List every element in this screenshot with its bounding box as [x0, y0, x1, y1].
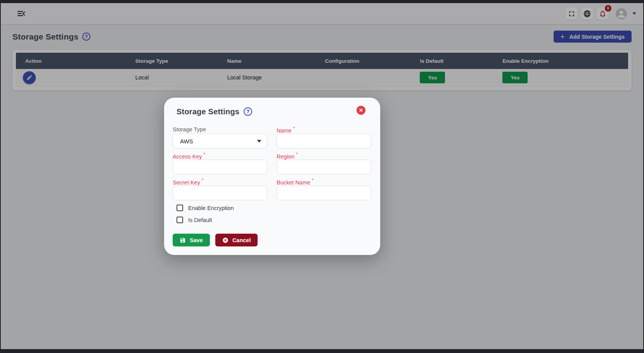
storage-type-label: Storage Type: [173, 126, 267, 134]
secret-key-label: Secret Key *: [173, 178, 267, 186]
required-asterisk: *: [202, 178, 203, 183]
is-default-checkbox-row[interactable]: Is Default: [177, 217, 371, 223]
chevron-down-icon: [257, 140, 261, 143]
modal-help-icon[interactable]: ?: [244, 107, 252, 116]
enable-encryption-checkbox[interactable]: [177, 205, 183, 211]
storage-type-select[interactable]: AWS: [173, 134, 267, 148]
save-button-label: Save: [190, 237, 203, 243]
required-asterisk: *: [293, 126, 295, 131]
name-label: Name *: [277, 126, 371, 134]
required-asterisk: *: [296, 152, 298, 157]
secret-key-input[interactable]: [173, 186, 267, 200]
modal-footer: Save Cancel: [173, 234, 371, 246]
save-button[interactable]: Save: [173, 234, 210, 246]
modal-header: Storage Settings ?: [173, 106, 371, 117]
region-label: Region *: [277, 152, 371, 160]
name-input[interactable]: [277, 134, 371, 148]
bucket-name-input[interactable]: [277, 186, 371, 200]
modal-close-button[interactable]: ✕: [357, 106, 365, 115]
bucket-name-label: Bucket Name *: [277, 178, 371, 186]
cancel-button-label: Cancel: [232, 237, 251, 243]
access-key-input[interactable]: [173, 160, 267, 174]
storage-type-selected-value: AWS: [180, 138, 193, 145]
region-input[interactable]: [277, 160, 371, 174]
storage-settings-modal: ✕ Storage Settings ? Storage Type Name *…: [164, 98, 380, 255]
is-default-checkbox-label: Is Default: [188, 217, 212, 223]
is-default-checkbox[interactable]: [177, 217, 183, 223]
modal-form: Storage Type Name * AWS Access Key * Reg…: [173, 126, 371, 204]
access-key-label: Access Key *: [173, 152, 267, 160]
required-asterisk: *: [204, 152, 205, 157]
required-asterisk: *: [312, 178, 313, 183]
cancel-circle-icon: [222, 237, 229, 243]
enable-encryption-checkbox-row[interactable]: Enable Encryption: [177, 205, 371, 211]
modal-title: Storage Settings: [177, 107, 239, 116]
close-icon: ✕: [359, 108, 363, 113]
cancel-button[interactable]: Cancel: [215, 234, 258, 246]
save-disk-icon: [180, 237, 186, 243]
enable-encryption-checkbox-label: Enable Encryption: [188, 205, 234, 211]
